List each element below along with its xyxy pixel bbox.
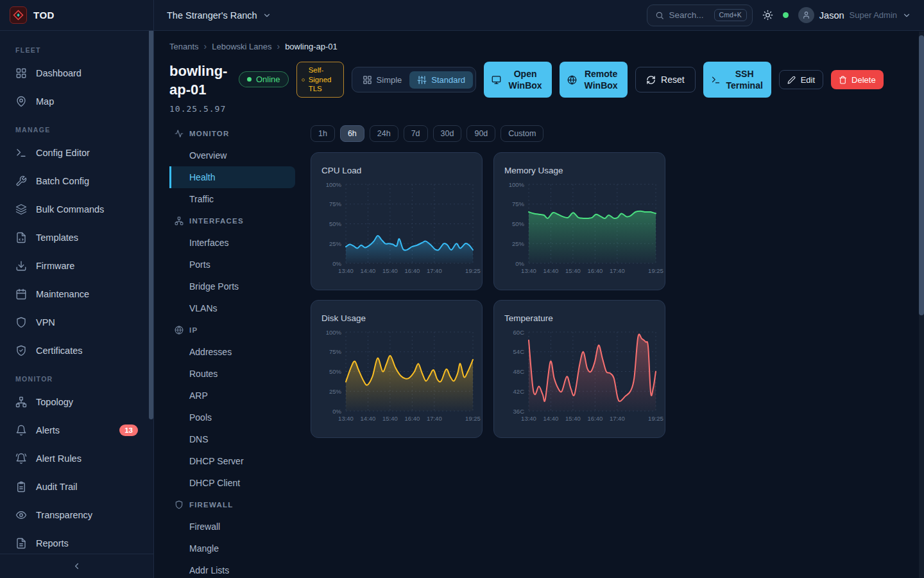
- sidebar-item-firmware[interactable]: Firmware: [0, 252, 153, 280]
- svg-text:50%: 50%: [329, 220, 342, 227]
- subnav-item-addr-lists[interactable]: Addr Lists: [169, 559, 295, 578]
- subnav-item-mangle[interactable]: Mangle: [169, 538, 295, 559]
- timerange-6h[interactable]: 6h: [340, 125, 364, 142]
- svg-text:0%: 0%: [332, 260, 341, 267]
- theme-toggle-button[interactable]: [762, 10, 773, 21]
- edit-button[interactable]: Edit: [779, 70, 823, 89]
- svg-text:19:25: 19:25: [648, 415, 663, 422]
- dashboard-icon: [15, 67, 27, 79]
- wrench-icon: [15, 175, 27, 187]
- subnav-item-overview[interactable]: Overview: [169, 144, 295, 166]
- sidebar-item-label: Reports: [36, 538, 69, 548]
- chevron-left-icon: [72, 561, 81, 571]
- subnav-item-traffic[interactable]: Traffic: [169, 188, 295, 210]
- shield-check-icon: [15, 345, 27, 356]
- layers-icon: [15, 204, 27, 215]
- svg-text:13:40: 13:40: [338, 267, 354, 274]
- timerange-24h[interactable]: 24h: [370, 125, 398, 142]
- svg-text:42C: 42C: [513, 388, 525, 395]
- timerange-30d[interactable]: 30d: [433, 125, 462, 142]
- chevron-down-icon: [262, 11, 271, 20]
- activity-icon: [175, 129, 184, 138]
- timerange-1h[interactable]: 1h: [311, 125, 335, 142]
- remote-winbox-button[interactable]: Remote WinBox: [560, 62, 628, 98]
- svg-text:75%: 75%: [512, 200, 525, 207]
- sidebar-item-maintenance[interactable]: Maintenance: [0, 280, 153, 308]
- sidebar-item-audit-trail[interactable]: Audit Trail: [0, 473, 153, 501]
- content: Tenants›Lebowski Lanes›bowling-ap-01 bow…: [154, 31, 924, 578]
- subnav-item-health[interactable]: Health: [169, 166, 295, 188]
- sidebar-item-dashboard[interactable]: Dashboard: [0, 59, 153, 87]
- subnav-item-dns[interactable]: DNS: [169, 428, 295, 450]
- breadcrumb-bowling-ap-01: bowling-ap-01: [285, 42, 338, 51]
- svg-text:25%: 25%: [329, 388, 342, 395]
- main-scrollbar-thumb[interactable]: [919, 35, 924, 315]
- svg-text:16:40: 16:40: [587, 415, 603, 422]
- search-box[interactable]: Cmd+K: [647, 4, 753, 26]
- sidebar-item-config-editor[interactable]: Config Editor: [0, 139, 153, 167]
- svg-text:50%: 50%: [512, 220, 525, 227]
- sidebar-item-reports[interactable]: Reports: [0, 529, 153, 554]
- subnav-item-interfaces[interactable]: Interfaces: [169, 232, 295, 254]
- refresh-icon: [646, 75, 656, 85]
- grid-icon: [363, 75, 372, 85]
- sidebar-item-topology[interactable]: Topology: [0, 388, 153, 416]
- sidebar-item-label: Audit Trail: [36, 482, 77, 492]
- brand-name: TOD: [33, 10, 55, 21]
- subnav-item-dhcp-server[interactable]: DHCP Server: [169, 450, 295, 472]
- terminal-icon: [15, 147, 27, 159]
- sidebar-section-label-monitor: MONITOR: [15, 375, 138, 383]
- search-input[interactable]: [669, 10, 709, 20]
- sidebar-item-transparency[interactable]: Transparency: [0, 501, 153, 529]
- search-icon: [655, 11, 664, 20]
- reset-button[interactable]: Reset: [635, 67, 696, 92]
- sidebar-item-bulk-commands[interactable]: Bulk Commands: [0, 195, 153, 223]
- svg-text:13:40: 13:40: [521, 415, 536, 422]
- sidebar-scrollbar[interactable]: [149, 31, 153, 419]
- sidebar-item-templates[interactable]: Templates: [0, 223, 153, 252]
- svg-text:13:40: 13:40: [521, 267, 536, 274]
- svg-text:16:40: 16:40: [587, 267, 603, 274]
- view-mode-standard[interactable]: Standard: [409, 71, 473, 89]
- svg-text:14:40: 14:40: [361, 415, 376, 422]
- tenant-selector[interactable]: The Stranger's Ranch: [167, 10, 271, 21]
- timerange-7d[interactable]: 7d: [404, 125, 428, 142]
- svg-text:48C: 48C: [513, 368, 525, 375]
- sidebar-collapse-button[interactable]: [0, 554, 153, 578]
- sidebar-item-alert-rules[interactable]: Alert Rules: [0, 444, 153, 473]
- view-mode-simple[interactable]: Simple: [355, 71, 410, 89]
- timerange-90d[interactable]: 90d: [466, 125, 495, 142]
- chart-title: CPU Load: [321, 166, 472, 175]
- subnav-item-addresses[interactable]: Addresses: [169, 341, 295, 363]
- delete-button[interactable]: Delete: [831, 70, 884, 89]
- subnav-item-arp[interactable]: ARP: [169, 385, 295, 407]
- sidebar-item-certificates[interactable]: Certificates: [0, 337, 153, 365]
- sidebar-item-batch-config[interactable]: Batch Config: [0, 167, 153, 195]
- sidebar-item-vpn[interactable]: VPN: [0, 308, 153, 337]
- timerange-custom[interactable]: Custom: [501, 125, 543, 142]
- sidebar-item-map[interactable]: Map: [0, 87, 153, 116]
- chart-title: Temperature: [504, 313, 654, 323]
- sidebar-item-label: Dashboard: [36, 68, 81, 78]
- subnav-item-dhcp-client[interactable]: DHCP Client: [169, 472, 295, 494]
- breadcrumb-lebowski-lanes[interactable]: Lebowski Lanes: [212, 42, 271, 51]
- main-scrollbar-track[interactable]: [919, 31, 924, 578]
- subnav-item-vlans[interactable]: VLANs: [169, 297, 295, 319]
- tod-logo-icon[interactable]: [10, 6, 27, 24]
- sidebar-item-label: Maintenance: [36, 289, 89, 299]
- svg-text:100%: 100%: [509, 181, 525, 188]
- sidebar-item-alerts[interactable]: Alerts13: [0, 416, 153, 444]
- subnav-item-ports[interactable]: Ports: [169, 254, 295, 276]
- subnav-item-bridge-ports[interactable]: Bridge Ports: [169, 276, 295, 297]
- breadcrumb-tenants[interactable]: Tenants: [169, 42, 199, 51]
- user-menu[interactable]: Jason Super Admin: [798, 7, 911, 23]
- open-winbox-button[interactable]: Open WinBox: [484, 62, 552, 98]
- sidebar-item-label: Config Editor: [36, 148, 90, 158]
- subnav-item-firewall[interactable]: Firewall: [169, 516, 295, 538]
- chart-title: Memory Usage: [504, 166, 654, 175]
- subnav-item-pools[interactable]: Pools: [169, 407, 295, 428]
- ssh-terminal-button[interactable]: SSH Terminal: [703, 62, 771, 98]
- svg-text:50%: 50%: [329, 368, 342, 375]
- subnav-item-routes[interactable]: Routes: [169, 363, 295, 385]
- chart-title: Disk Usage: [321, 313, 472, 323]
